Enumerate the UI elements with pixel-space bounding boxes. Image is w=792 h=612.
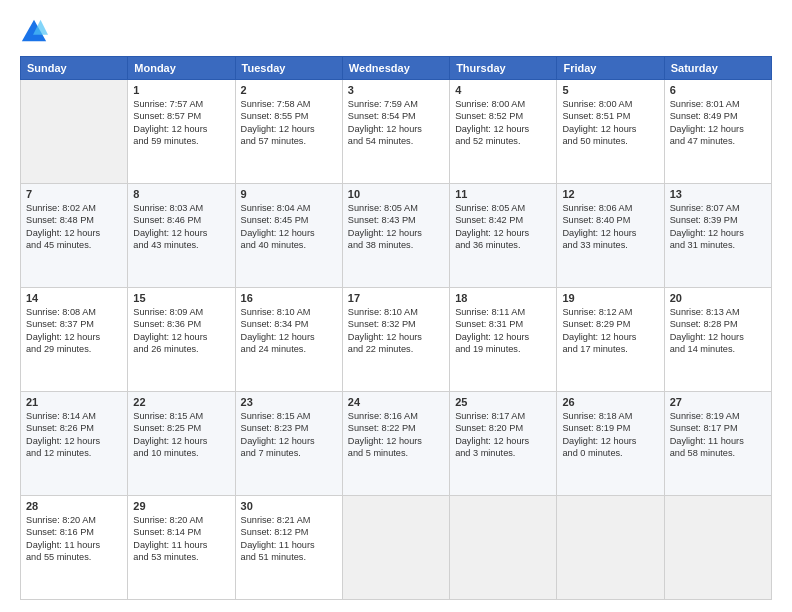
weekday-header-saturday: Saturday bbox=[664, 57, 771, 80]
day-number: 3 bbox=[348, 84, 444, 96]
day-info: Sunrise: 8:14 AM Sunset: 8:26 PM Dayligh… bbox=[26, 410, 122, 460]
day-info: Sunrise: 8:00 AM Sunset: 8:52 PM Dayligh… bbox=[455, 98, 551, 148]
day-info: Sunrise: 8:19 AM Sunset: 8:17 PM Dayligh… bbox=[670, 410, 766, 460]
day-info: Sunrise: 8:08 AM Sunset: 8:37 PM Dayligh… bbox=[26, 306, 122, 356]
day-number: 26 bbox=[562, 396, 658, 408]
day-number: 7 bbox=[26, 188, 122, 200]
day-info: Sunrise: 8:11 AM Sunset: 8:31 PM Dayligh… bbox=[455, 306, 551, 356]
day-number: 24 bbox=[348, 396, 444, 408]
calendar-cell: 1Sunrise: 7:57 AM Sunset: 8:57 PM Daylig… bbox=[128, 80, 235, 184]
day-info: Sunrise: 8:00 AM Sunset: 8:51 PM Dayligh… bbox=[562, 98, 658, 148]
calendar-cell: 23Sunrise: 8:15 AM Sunset: 8:23 PM Dayli… bbox=[235, 392, 342, 496]
day-number: 29 bbox=[133, 500, 229, 512]
logo-icon bbox=[20, 18, 48, 46]
calendar-cell: 17Sunrise: 8:10 AM Sunset: 8:32 PM Dayli… bbox=[342, 288, 449, 392]
day-info: Sunrise: 7:58 AM Sunset: 8:55 PM Dayligh… bbox=[241, 98, 337, 148]
day-info: Sunrise: 8:12 AM Sunset: 8:29 PM Dayligh… bbox=[562, 306, 658, 356]
day-number: 18 bbox=[455, 292, 551, 304]
day-number: 28 bbox=[26, 500, 122, 512]
calendar-cell: 11Sunrise: 8:05 AM Sunset: 8:42 PM Dayli… bbox=[450, 184, 557, 288]
day-info: Sunrise: 8:09 AM Sunset: 8:36 PM Dayligh… bbox=[133, 306, 229, 356]
day-number: 23 bbox=[241, 396, 337, 408]
weekday-header-monday: Monday bbox=[128, 57, 235, 80]
weekday-header-tuesday: Tuesday bbox=[235, 57, 342, 80]
calendar-cell: 4Sunrise: 8:00 AM Sunset: 8:52 PM Daylig… bbox=[450, 80, 557, 184]
calendar-cell: 22Sunrise: 8:15 AM Sunset: 8:25 PM Dayli… bbox=[128, 392, 235, 496]
page: SundayMondayTuesdayWednesdayThursdayFrid… bbox=[0, 0, 792, 612]
calendar-cell: 3Sunrise: 7:59 AM Sunset: 8:54 PM Daylig… bbox=[342, 80, 449, 184]
week-row-1: 7Sunrise: 8:02 AM Sunset: 8:48 PM Daylig… bbox=[21, 184, 772, 288]
weekday-header-thursday: Thursday bbox=[450, 57, 557, 80]
day-number: 4 bbox=[455, 84, 551, 96]
calendar-cell: 25Sunrise: 8:17 AM Sunset: 8:20 PM Dayli… bbox=[450, 392, 557, 496]
calendar-cell: 18Sunrise: 8:11 AM Sunset: 8:31 PM Dayli… bbox=[450, 288, 557, 392]
calendar-cell: 5Sunrise: 8:00 AM Sunset: 8:51 PM Daylig… bbox=[557, 80, 664, 184]
day-number: 19 bbox=[562, 292, 658, 304]
header bbox=[20, 18, 772, 46]
day-number: 9 bbox=[241, 188, 337, 200]
calendar-cell: 14Sunrise: 8:08 AM Sunset: 8:37 PM Dayli… bbox=[21, 288, 128, 392]
calendar-cell: 26Sunrise: 8:18 AM Sunset: 8:19 PM Dayli… bbox=[557, 392, 664, 496]
day-number: 11 bbox=[455, 188, 551, 200]
calendar-cell bbox=[450, 496, 557, 600]
day-number: 27 bbox=[670, 396, 766, 408]
day-number: 10 bbox=[348, 188, 444, 200]
calendar-cell: 10Sunrise: 8:05 AM Sunset: 8:43 PM Dayli… bbox=[342, 184, 449, 288]
day-info: Sunrise: 8:01 AM Sunset: 8:49 PM Dayligh… bbox=[670, 98, 766, 148]
day-number: 15 bbox=[133, 292, 229, 304]
day-info: Sunrise: 8:07 AM Sunset: 8:39 PM Dayligh… bbox=[670, 202, 766, 252]
calendar-cell: 30Sunrise: 8:21 AM Sunset: 8:12 PM Dayli… bbox=[235, 496, 342, 600]
day-info: Sunrise: 8:16 AM Sunset: 8:22 PM Dayligh… bbox=[348, 410, 444, 460]
calendar-cell: 21Sunrise: 8:14 AM Sunset: 8:26 PM Dayli… bbox=[21, 392, 128, 496]
calendar-cell: 12Sunrise: 8:06 AM Sunset: 8:40 PM Dayli… bbox=[557, 184, 664, 288]
calendar-cell: 7Sunrise: 8:02 AM Sunset: 8:48 PM Daylig… bbox=[21, 184, 128, 288]
calendar-cell bbox=[21, 80, 128, 184]
calendar-cell: 16Sunrise: 8:10 AM Sunset: 8:34 PM Dayli… bbox=[235, 288, 342, 392]
calendar-cell: 8Sunrise: 8:03 AM Sunset: 8:46 PM Daylig… bbox=[128, 184, 235, 288]
day-number: 13 bbox=[670, 188, 766, 200]
calendar-cell bbox=[557, 496, 664, 600]
calendar-cell: 9Sunrise: 8:04 AM Sunset: 8:45 PM Daylig… bbox=[235, 184, 342, 288]
weekday-header-sunday: Sunday bbox=[21, 57, 128, 80]
calendar-cell: 20Sunrise: 8:13 AM Sunset: 8:28 PM Dayli… bbox=[664, 288, 771, 392]
day-info: Sunrise: 8:21 AM Sunset: 8:12 PM Dayligh… bbox=[241, 514, 337, 564]
day-number: 12 bbox=[562, 188, 658, 200]
day-info: Sunrise: 8:03 AM Sunset: 8:46 PM Dayligh… bbox=[133, 202, 229, 252]
day-number: 2 bbox=[241, 84, 337, 96]
calendar-body: 1Sunrise: 7:57 AM Sunset: 8:57 PM Daylig… bbox=[21, 80, 772, 600]
weekday-header-wednesday: Wednesday bbox=[342, 57, 449, 80]
calendar-cell: 29Sunrise: 8:20 AM Sunset: 8:14 PM Dayli… bbox=[128, 496, 235, 600]
logo bbox=[20, 18, 52, 46]
calendar-cell: 15Sunrise: 8:09 AM Sunset: 8:36 PM Dayli… bbox=[128, 288, 235, 392]
day-number: 20 bbox=[670, 292, 766, 304]
week-row-2: 14Sunrise: 8:08 AM Sunset: 8:37 PM Dayli… bbox=[21, 288, 772, 392]
calendar-cell: 19Sunrise: 8:12 AM Sunset: 8:29 PM Dayli… bbox=[557, 288, 664, 392]
day-info: Sunrise: 8:02 AM Sunset: 8:48 PM Dayligh… bbox=[26, 202, 122, 252]
day-number: 14 bbox=[26, 292, 122, 304]
weekday-header-friday: Friday bbox=[557, 57, 664, 80]
day-number: 21 bbox=[26, 396, 122, 408]
day-number: 1 bbox=[133, 84, 229, 96]
day-number: 8 bbox=[133, 188, 229, 200]
week-row-0: 1Sunrise: 7:57 AM Sunset: 8:57 PM Daylig… bbox=[21, 80, 772, 184]
day-number: 22 bbox=[133, 396, 229, 408]
day-info: Sunrise: 8:20 AM Sunset: 8:16 PM Dayligh… bbox=[26, 514, 122, 564]
day-info: Sunrise: 8:04 AM Sunset: 8:45 PM Dayligh… bbox=[241, 202, 337, 252]
day-info: Sunrise: 8:06 AM Sunset: 8:40 PM Dayligh… bbox=[562, 202, 658, 252]
day-info: Sunrise: 7:59 AM Sunset: 8:54 PM Dayligh… bbox=[348, 98, 444, 148]
calendar-cell: 13Sunrise: 8:07 AM Sunset: 8:39 PM Dayli… bbox=[664, 184, 771, 288]
day-number: 17 bbox=[348, 292, 444, 304]
day-info: Sunrise: 8:05 AM Sunset: 8:42 PM Dayligh… bbox=[455, 202, 551, 252]
day-info: Sunrise: 8:17 AM Sunset: 8:20 PM Dayligh… bbox=[455, 410, 551, 460]
calendar-cell: 24Sunrise: 8:16 AM Sunset: 8:22 PM Dayli… bbox=[342, 392, 449, 496]
day-info: Sunrise: 8:13 AM Sunset: 8:28 PM Dayligh… bbox=[670, 306, 766, 356]
calendar-cell: 2Sunrise: 7:58 AM Sunset: 8:55 PM Daylig… bbox=[235, 80, 342, 184]
calendar-cell bbox=[664, 496, 771, 600]
calendar-cell: 28Sunrise: 8:20 AM Sunset: 8:16 PM Dayli… bbox=[21, 496, 128, 600]
day-number: 5 bbox=[562, 84, 658, 96]
calendar-table: SundayMondayTuesdayWednesdayThursdayFrid… bbox=[20, 56, 772, 600]
day-info: Sunrise: 8:20 AM Sunset: 8:14 PM Dayligh… bbox=[133, 514, 229, 564]
day-number: 30 bbox=[241, 500, 337, 512]
day-number: 25 bbox=[455, 396, 551, 408]
week-row-3: 21Sunrise: 8:14 AM Sunset: 8:26 PM Dayli… bbox=[21, 392, 772, 496]
